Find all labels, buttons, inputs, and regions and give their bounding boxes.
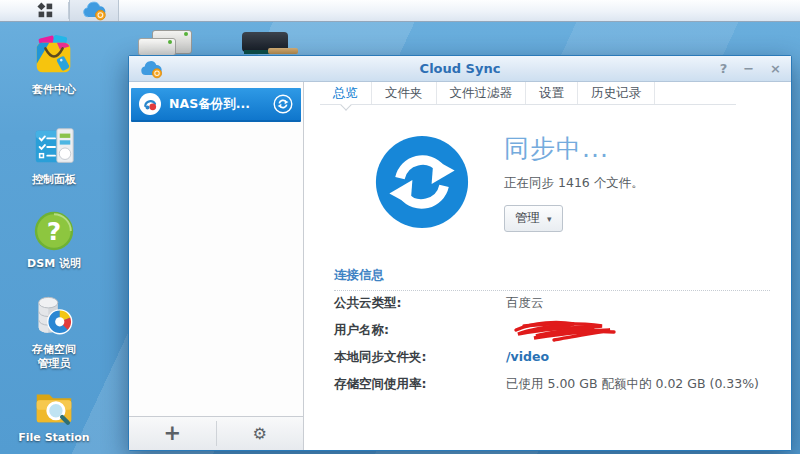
svg-text:?: ? [47,217,61,246]
row-username: 用户名称: [334,322,770,340]
row-label: 公共云类型: [334,295,506,312]
dsm-help-icon: ? [31,208,77,254]
desktop-icon-storage-manager[interactable]: 存储空间管理员 [15,294,93,372]
manage-button[interactable]: 管理 ▾ [504,205,563,232]
storage-manager-icon [31,294,77,340]
desktop-icon-package-center[interactable]: 套件中心 [15,34,93,97]
status-detail: 正在同步 1416 个文件。 [504,175,644,192]
tab-bar: 总览 文件夹 文件过滤器 设置 历史记录 [320,82,736,105]
sidebar-item-label: NAS备份到... [169,96,250,113]
row-value [506,322,628,338]
cloud-sync-icon [81,0,107,21]
file-station-icon [31,382,77,428]
connection-info-rows: 公共云类型: 百度云 用户名称: [334,295,770,403]
sync-in-progress-icon [374,134,470,230]
cloud-sync-taskbar-button[interactable] [69,0,119,21]
minimize-button[interactable]: − [743,62,754,75]
row-quota-usage: 存储空间使用率: 已使用 5.00 GB 配额中的 0.02 GB (0.33%… [334,376,770,394]
tab-history[interactable]: 历史记录 [578,82,655,104]
notification-badge [96,10,106,20]
desktop-icon-dsm-help[interactable]: ? DSM 说明 [15,208,93,271]
row-label: 用户名称: [334,322,506,339]
row-value: 已使用 5.00 GB 配额中的 0.02 GB (0.33%) [506,376,759,393]
tab-settings[interactable]: 设置 [526,82,578,104]
tab-file-filter[interactable]: 文件过滤器 [437,82,527,104]
desktop-icon-label: File Station [15,431,93,445]
help-button[interactable]: ? [720,62,728,75]
window-title: Cloud Sync [129,61,791,76]
settings-gear-icon[interactable]: ⚙ [217,417,304,450]
connections-sidebar: NAS备份到... + [129,82,304,450]
window-titlebar[interactable]: Cloud Sync ? − × [129,56,791,82]
desktop-icon-control-panel[interactable]: 控制面板 [15,124,93,187]
desktop-icon-file-station[interactable]: File Station [15,382,93,445]
add-connection-button[interactable]: + [129,417,216,450]
local-folder-link[interactable]: /video [506,349,549,364]
package-center-icon [31,34,77,80]
dropdown-caret-icon: ▾ [547,214,552,224]
sync-status-block: 同步中... 正在同步 1416 个文件。 管理 ▾ [504,132,644,232]
router-device-icon [238,32,298,56]
desktop-icon-label: 存储空间管理员 [27,343,81,372]
nas-device-icon [138,30,192,56]
manage-button-label: 管理 [515,210,540,227]
status-title: 同步中... [504,132,644,165]
desktop-icon-label: 控制面板 [15,173,93,187]
sidebar-item-nas-backup[interactable]: NAS备份到... [131,88,301,122]
cloud-sync-window: Cloud Sync ? − × NAS备份到.. [128,55,792,451]
tab-overview[interactable]: 总览 [320,82,372,104]
row-local-folder: 本地同步文件夹: /video [334,349,770,367]
row-cloud-type: 公共云类型: 百度云 [334,295,770,313]
sidebar-footer: + ⚙ [129,416,303,450]
sync-status-icon[interactable] [273,94,293,114]
main-panel: 总览 文件夹 文件过滤器 设置 历史记录 同步中... [304,82,791,450]
desktop: 套件中心 控制面板 [0,0,800,454]
taskbar [0,0,800,22]
tab-folders[interactable]: 文件夹 [372,82,437,104]
row-label: 本地同步文件夹: [334,349,506,366]
desktop-icon-label: DSM 说明 [15,257,93,271]
main-menu-button[interactable] [22,0,68,21]
redacted-scribble [506,318,628,344]
connection-info-heading: 连接信息 [334,267,770,291]
baidu-cloud-icon [139,93,161,115]
row-label: 存储空间使用率: [334,376,506,393]
close-button[interactable]: × [770,62,781,75]
row-value: 百度云 [506,295,544,312]
desktop-icon-label: 套件中心 [15,83,93,97]
apps-grid-icon [37,2,54,19]
control-panel-icon [31,124,77,170]
